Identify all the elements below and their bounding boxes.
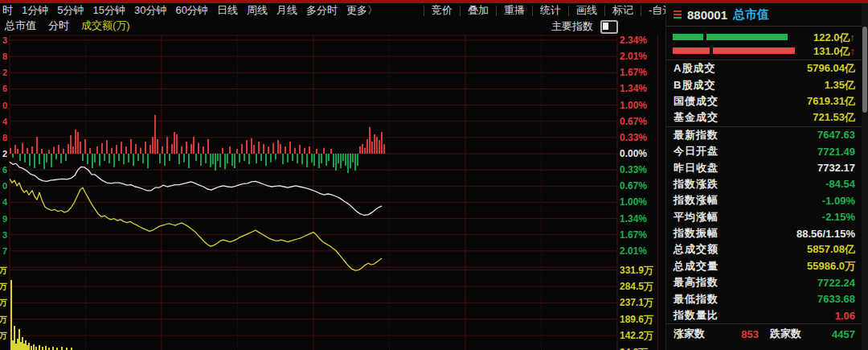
left-axis-digit: 9 [0, 213, 7, 224]
panel-row-label: 平均涨幅 [674, 210, 719, 224]
panel-row: 指数涨幅-1.09% [666, 192, 862, 208]
panel-row: 最低指数7633.68 [666, 290, 862, 307]
right-axis-volume-label: 237.1万 [620, 297, 663, 308]
quote-header[interactable]: 880001 总市值 [666, 3, 862, 26]
panel-row-value: -84.54 [825, 178, 855, 190]
index-code: 880001 [687, 8, 727, 22]
panel-row: 昨日收盘7732.17 [666, 159, 862, 175]
updown-gauges: 122.0亿↑ 131.0亿↑ [666, 27, 862, 60]
right-axis-pct-label: 1.67% [620, 67, 663, 78]
panel-row-label: 昨日收盘 [674, 161, 719, 175]
panel-row-value: 7732.17 [817, 162, 855, 174]
up-gauge-bar-2 [706, 34, 788, 40]
scrollbar-thumb[interactable] [862, 27, 867, 113]
panel-row: 最新指数7647.63 [666, 127, 862, 143]
right-axis-pct-label: 1.34% [620, 213, 663, 224]
panel-row-label: 指数振幅 [674, 226, 719, 241]
right-axis-volume-label: 331.9万 [620, 265, 663, 276]
panel-row: 指数量比1.06 [666, 307, 862, 323]
right-axis-volume-label: 189.6万 [620, 314, 663, 325]
up-gauge-bar-1 [673, 34, 703, 40]
panel-row: 指数振幅88.56/1.15% [666, 225, 862, 241]
left-axis-digit: 6 [0, 83, 7, 94]
advancers-decliners-row: 涨家数 853 跌家数 4457 [666, 324, 862, 344]
panel-row-label: 国债成交 [674, 94, 719, 109]
right-axis-pct-label: 0.33% [620, 132, 663, 143]
panel-row-label: 总成交额 [674, 242, 719, 257]
decliners-count: 4457 [801, 328, 855, 340]
trading-terminal: 时1分钟5分钟15分钟30分钟60分钟日线周线月线多分时更多〉 竞价叠加重播统计… [0, 0, 868, 350]
panel-row-label: 最新指数 [674, 128, 719, 142]
panel-row-value: 7647.63 [817, 129, 855, 141]
left-axis-volume-glyph: 万 [0, 330, 7, 341]
left-axis-digit: 8 [0, 51, 7, 62]
panel-row-value: 5796.04亿 [807, 61, 855, 76]
panel-row-value: 7633.68 [817, 293, 855, 305]
quote-panel: 880001 总市值 122.0亿↑ 131.0亿↑ A股成交5796.04亿B… [665, 3, 862, 350]
panel-row: 指数涨跌-84.54 [666, 176, 862, 192]
panel-row: 国债成交7619.31亿 [666, 93, 862, 109]
panel-row-label: 最低指数 [674, 292, 719, 307]
timeshare-chart[interactable] [0, 0, 665, 350]
panel-row: 总成交额5857.08亿 [666, 241, 862, 257]
panel-row-label: A股成交 [674, 61, 715, 76]
left-axis-digit: 4 [0, 116, 7, 127]
advancers-count: 853 [705, 328, 759, 340]
panel-row: 平均涨幅-2.15% [666, 209, 862, 225]
panel-row-value: 721.53亿 [813, 110, 855, 125]
right-axis-volume-label: 94.8万 [620, 347, 663, 350]
panel-row-value: 55986.0万 [807, 259, 855, 274]
panel-row-label: B股成交 [674, 78, 715, 93]
right-axis-volume-label: 142.2万 [620, 330, 663, 341]
panel-row-value: 1.35亿 [825, 78, 855, 93]
right-axis-pct-label: 2.01% [620, 245, 663, 257]
left-axis-volume-glyph: 万 [0, 297, 7, 308]
panel-row: A股成交5796.04亿 [666, 60, 862, 76]
right-axis-pct-label: 2.01% [620, 51, 663, 62]
panel-row-value: 7619.31亿 [807, 94, 855, 109]
panel-row: B股成交1.35亿 [666, 76, 862, 93]
left-axis-volume-glyph: 万 [0, 314, 7, 325]
left-axis-digit: 4 [0, 196, 7, 208]
index-name: 总市值 [733, 7, 769, 23]
down-gauge-value: 131.0亿↑ [813, 44, 855, 59]
panel-row: 基金成交721.53亿 [666, 109, 862, 126]
right-axis-pct-label: 0.33% [620, 164, 663, 175]
left-axis-digit: 2 [0, 148, 7, 159]
right-axis-pct-label: 1.34% [620, 83, 663, 94]
left-axis-digit: 0 [0, 180, 7, 191]
left-axis-volume-glyph: 万 [0, 265, 7, 276]
left-axis-digit: 7 [0, 245, 7, 257]
right-axis-pct-label: 1.00% [620, 100, 663, 111]
down-arrow-icon: ↑ [850, 45, 856, 57]
left-axis-digit: 0 [0, 100, 7, 111]
up-volume-gauge: 122.0亿↑ [666, 30, 862, 43]
panel-row-value: 1.06 [835, 310, 855, 322]
left-axis-digit: 3 [0, 229, 7, 241]
panel-row-label: 总成交量 [674, 259, 719, 274]
panel-row-label: 最高指数 [674, 275, 719, 290]
left-axis-digit: 3 [0, 35, 7, 46]
left-axis-digit: 8 [0, 132, 7, 143]
down-gauge-bar-2 [713, 47, 795, 54]
advancers-label: 涨家数 [674, 327, 705, 341]
right-axis-pct-label: 1.00% [620, 196, 663, 208]
up-arrow-icon: ↑ [850, 31, 856, 43]
left-axis-digit: 2 [0, 67, 7, 78]
panel-row-value: 88.56/1.15% [796, 228, 855, 240]
right-axis-pct-label: 0.67% [620, 180, 663, 191]
panel-row-label: 指数涨幅 [674, 193, 719, 208]
down-gauge-bar-1 [673, 47, 710, 54]
turnover-rows: A股成交5796.04亿B股成交1.35亿国债成交7619.31亿基金成交721… [666, 60, 862, 126]
right-axis-pct-label: 2.34% [620, 35, 663, 46]
panel-row-value: 5857.08亿 [807, 242, 855, 257]
panel-row-label: 今日开盘 [674, 144, 719, 159]
panel-row: 总成交量55986.0万 [666, 258, 862, 274]
index-stat-rows: 最新指数7647.63今日开盘7721.49昨日收盘7732.17指数涨跌-84… [666, 127, 862, 324]
panel-row: 最高指数7722.24 [666, 274, 862, 290]
left-axis-digit: 6 [0, 164, 7, 175]
decliners-label: 跌家数 [770, 327, 801, 341]
panel-row-value: 7722.24 [817, 277, 855, 289]
panel-row-label: 指数涨跌 [674, 177, 719, 191]
right-axis-volume-label: 284.5万 [620, 281, 663, 292]
